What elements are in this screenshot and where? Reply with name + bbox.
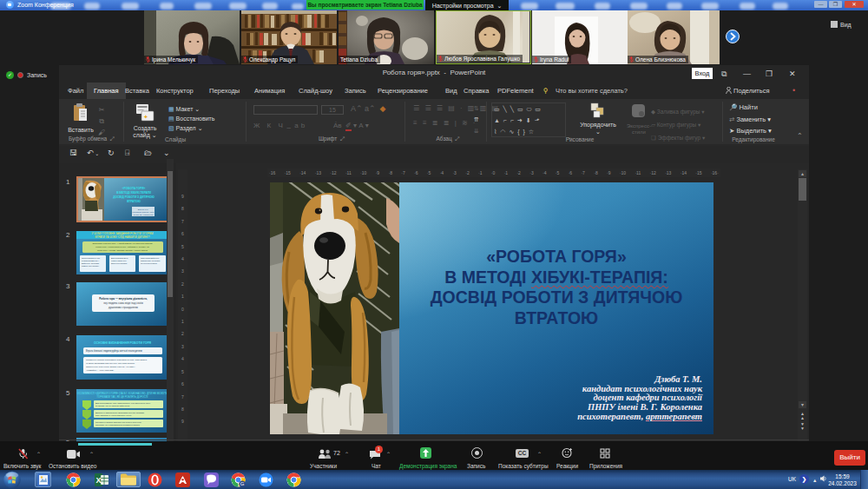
- svg-text:X: X: [96, 476, 102, 485]
- svg-text:заперечують значущість втрати,: заперечують значущість втрати, кажучи: «…: [86, 366, 136, 368]
- svg-text:Робота горя — внутрішня діяльн: Робота горя — внутрішня діяльність,: [99, 297, 148, 301]
- svg-text:пам'ять про людину: пам'ять про людину: [82, 265, 100, 267]
- svg-text:Горювання дитини залежить від: Горювання дитини залежить від реакції зн…: [95, 421, 142, 423]
- svg-text:ДОСВІД РОБОТИ З ДИТЯЧОЮ: ДОСВІД РОБОТИ З ДИТЯЧОЮ: [113, 195, 155, 199]
- svg-text:нового життя без: нового життя без: [111, 260, 126, 261]
- svg-text:G: G: [240, 481, 245, 486]
- svg-text:яку людина сама веде над своїм: яку людина сама веде над своїм: [103, 301, 143, 305]
- svg-text:тому виражає їх через поведінк: тому виражає їх через поведінку та гру: [95, 414, 132, 416]
- svg-text:Посилення гострих переживань в: Посилення гострих переживань відбуваєтьс…: [86, 359, 148, 361]
- svg-text:Вибудовувати межі: Вибудовувати межі: [111, 257, 128, 259]
- svg-text:ОСНОВНІ ВИЗНАЧЕННЯ РОБОТИ ГОРЯ: ОСНОВНІ ВИЗНАЧЕННЯ РОБОТИ ГОРЯ: [94, 341, 152, 345]
- svg-text:Втрата близької людини руйнує: Втрата близької людини руйнує життєві пл…: [86, 349, 142, 353]
- svg-text:не може висловити свої почуття: не може висловити свої почуття, або коли…: [86, 362, 135, 365]
- svg-text:В МЕТОДІ ХІБУКІ-ТЕРАПІЇ: В МЕТОДІ ХІБУКІ-ТЕРАПІЇ: [116, 191, 151, 195]
- svg-text:спираючись на досвід: спираючись на досвід: [141, 260, 161, 261]
- svg-text:Зберігати з одного боку, у сво: Зберігати з одного боку, у своїй пам'яті…: [93, 242, 154, 245]
- svg-text:«тримайся», «будь сильним»: «тримайся», «будь сильним»: [86, 369, 115, 372]
- svg-text:«РОБОТА ГОРЯ»: «РОБОТА ГОРЯ»: [122, 187, 146, 190]
- svg-text:розрізняти минуле і: розрізняти минуле і: [82, 260, 99, 261]
- svg-text:та цінності родини: та цінності родини: [141, 262, 157, 264]
- svg-text:Орієнтуватися в часі: Орієнтуватися в часі: [82, 257, 100, 259]
- svg-text:✦: ✦: [143, 114, 148, 120]
- svg-text:ПНПУ ім. Короленка: ПНПУ ім. Короленка: [134, 214, 154, 216]
- svg-text:реальність і образ втраченого,: реальність і образ втраченого, найближчу…: [95, 246, 149, 248]
- svg-text:ВТРАТИ ТА ЧОМУ СЛІД НАВЧИТИ ДИ: ВТРАТИ ТА ЧОМУ СЛІД НАВЧИТИ ДИТИНУ?: [95, 235, 150, 239]
- svg-text:діяльність і норми, важливі жи: діяльність і норми, важливі життєві і ос…: [97, 249, 148, 252]
- svg-text:ВТРАТОЮ: ВТРАТОЮ: [127, 200, 141, 203]
- svg-text:втраченої людини: втраченої людини: [111, 262, 128, 264]
- svg-text:ГОРЮВАТИ ТАК, ЯК ЦЕ РОБЛЯТЬ ДО: ГОРЮВАТИ ТАК, ЯК ЦЕ РОБЛЯТЬ ДОРОСЛІ: [97, 395, 148, 399]
- svg-text:Планувати майбутнє: Планувати майбутнє: [141, 257, 160, 259]
- svg-text:Діти переживають горе хвилепод: Діти переживають горе хвилеподібно: сум …: [95, 402, 150, 404]
- svg-text:душевним стражданням: душевним стражданням: [108, 306, 138, 309]
